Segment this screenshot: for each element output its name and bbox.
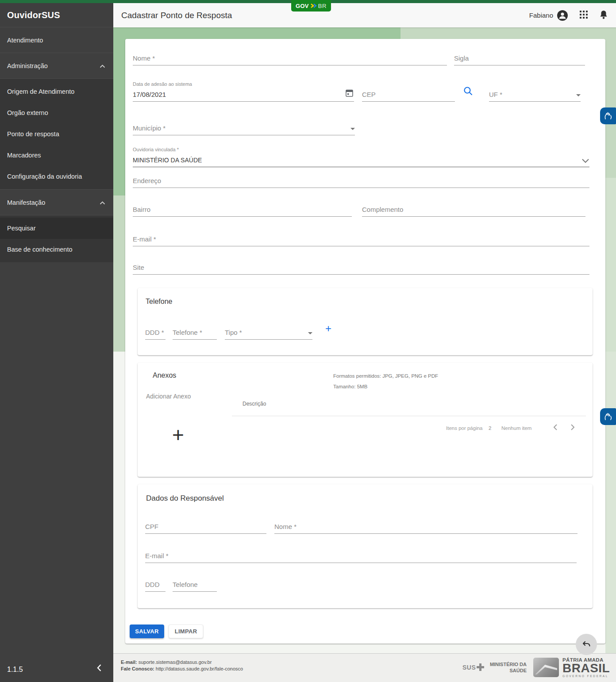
vlibras-hands-icon[interactable] [600, 107, 616, 124]
items-per-page-label: Itens por página [446, 425, 482, 431]
email-field-wrap [133, 232, 589, 246]
responsavel-telefone-input[interactable] [173, 581, 217, 591]
sidebar-item-base-de-conhecimento[interactable]: Base de conhecimento [0, 239, 113, 260]
sidebar-item-origem-de-atendimento[interactable]: Origem de Atendimento [0, 81, 113, 102]
sidebar-item-pesquisar[interactable]: Pesquisar [0, 218, 113, 239]
dropdown-caret-icon [308, 332, 312, 334]
calendar-icon[interactable] [346, 89, 353, 99]
data-adesao-input[interactable] [133, 91, 354, 101]
nome-input[interactable] [133, 54, 447, 65]
sidebar-item-label: Orgão externo [7, 109, 48, 116]
email-input[interactable] [133, 235, 589, 246]
sidebar-item-label: Pesquisar [7, 225, 35, 232]
telefone-numero-input[interactable] [173, 329, 217, 339]
telefone-title: Telefone [146, 298, 173, 306]
clear-button[interactable]: LIMPAR [169, 625, 203, 638]
govbr-arrow-icon [310, 3, 317, 8]
sidebar-item-marcadores[interactable]: Marcadores [0, 145, 113, 166]
sidebar-item-label: Administração [7, 62, 48, 69]
telefone-tipo-label: Tipo * [225, 329, 242, 339]
add-attachment-icon[interactable]: + [172, 425, 184, 445]
footer: E-mail: suporte.sistemas@datasus.gov.br … [113, 653, 616, 682]
responsavel-nome-input[interactable] [274, 523, 578, 533]
add-phone-icon[interactable]: + [325, 323, 331, 334]
responsavel-cpf-input[interactable] [145, 523, 266, 533]
endereco-input[interactable] [133, 177, 589, 188]
telefone-ddd-wrap [145, 327, 166, 340]
app-logo: OuvidorSUS [0, 3, 113, 27]
brasil-text: BRASIL [562, 663, 610, 674]
sidebar-item-manifestacao[interactable]: Manifestação [0, 190, 113, 215]
governo-federal-logo: PÁTRIA AMADA BRASIL GOVERNO FEDERAL [533, 657, 610, 678]
sidebar-item-label: Origem de Atendimento [7, 88, 74, 95]
sidebar-item-administracao[interactable]: Administração [0, 53, 113, 79]
save-button[interactable]: SALVAR [130, 625, 164, 638]
responsavel-cpf-wrap [145, 520, 266, 534]
sidebar-item-configuracao-da-ouvidoria[interactable]: Configuração da ouvidoria [0, 166, 113, 187]
telefone-ddd-input[interactable] [145, 329, 166, 339]
undo-icon[interactable] [576, 634, 597, 655]
sidebar-item-atendimento[interactable]: Atendimento [0, 27, 113, 53]
footer-email-label: E-mail: [121, 659, 137, 665]
sigla-field-wrap [454, 51, 585, 65]
ouvidoria-select[interactable]: Ouvidoria vinculada * MINISTÉRIO DA SAÚD… [133, 156, 589, 167]
ouvidoria-value: MINISTÉRIO DA SAÚDE [133, 157, 202, 167]
site-input[interactable] [133, 264, 589, 274]
appbar: Cadastrar Ponto de Resposta Fabiano [113, 3, 616, 27]
footer-fale-value: http://datasus.saude.gov.br/fale-conosco [156, 666, 243, 671]
vlibras-hands-icon[interactable] [600, 408, 616, 425]
responsavel-nome-wrap [274, 520, 578, 534]
bairro-field-wrap [133, 203, 352, 217]
form-card: Data de adesão ao sistema UF * Município… [125, 39, 605, 644]
responsavel-ddd-input[interactable] [145, 581, 166, 591]
account-icon [557, 10, 568, 21]
bairro-input[interactable] [133, 206, 352, 216]
sidebar-footer: 1.1.5 [0, 662, 113, 678]
empty-list-label: Nenhum item [501, 425, 531, 431]
uf-select[interactable]: UF * [489, 88, 581, 102]
municipio-label: Município * [133, 124, 166, 135]
brasil-flag-logo [533, 658, 559, 677]
anexos-title: Anexos [153, 372, 176, 379]
govbr-br-text: BR [318, 3, 327, 9]
search-icon[interactable] [463, 86, 473, 97]
chevron-down-icon [581, 157, 589, 165]
sigla-input[interactable] [454, 54, 585, 65]
responsavel-title: Dados do Responsável [146, 494, 224, 503]
sidebar-item-orgao-externo[interactable]: Orgão externo [0, 102, 113, 123]
anexos-formats-hint: Formatos permitidos: JPG, JPEG, PNG e PD… [333, 373, 438, 379]
complemento-input[interactable] [362, 206, 585, 216]
user-name: Fabiano [529, 11, 553, 19]
table-divider [232, 416, 586, 416]
cep-input[interactable] [362, 91, 455, 101]
telefone-tipo-select[interactable]: Tipo * [225, 327, 312, 340]
sidebar-item-label: Atendimento [7, 37, 43, 44]
sus-logo-text: SUS [462, 664, 476, 671]
user-menu[interactable]: Fabiano [529, 10, 568, 21]
responsavel-email-wrap [145, 549, 577, 563]
collapse-sidebar-icon[interactable] [96, 663, 102, 674]
sidebar-submenu-administracao: Origem de Atendimento Orgão externo Pont… [0, 79, 113, 190]
apps-grid-icon[interactable] [580, 11, 588, 20]
telefone-card: Telefone Tipo * + [138, 288, 593, 355]
previous-page-icon[interactable] [553, 424, 558, 432]
sidebar-item-ponto-de-resposta[interactable]: Ponto de resposta [0, 123, 113, 145]
data-adesao-field-wrap: Data de adesão ao sistema [133, 90, 354, 102]
app-version: 1.1.5 [0, 666, 23, 674]
telefone-numero-wrap [173, 327, 217, 340]
govbr-badge[interactable]: GOV BR [291, 0, 331, 11]
footer-email-value: suporte.sistemas@datasus.gov.br [139, 659, 212, 665]
notifications-bell-icon[interactable] [599, 10, 608, 21]
site-field-wrap [133, 261, 589, 275]
dropdown-caret-icon [576, 94, 581, 96]
uf-label: UF * [489, 91, 502, 101]
items-per-page-value[interactable]: 2 [489, 425, 491, 431]
next-page-icon[interactable] [570, 424, 575, 432]
footer-contact-block: E-mail: suporte.sistemas@datasus.gov.br … [121, 659, 243, 672]
complemento-field-wrap [362, 203, 585, 217]
anexos-card: Anexos Formatos permitidos: JPG, JPEG, P… [138, 363, 593, 477]
sidebar-item-label: Manifestação [7, 199, 45, 206]
responsavel-email-input[interactable] [145, 552, 577, 563]
municipio-select[interactable]: Município * [133, 121, 355, 135]
dropdown-caret-icon [350, 128, 355, 130]
